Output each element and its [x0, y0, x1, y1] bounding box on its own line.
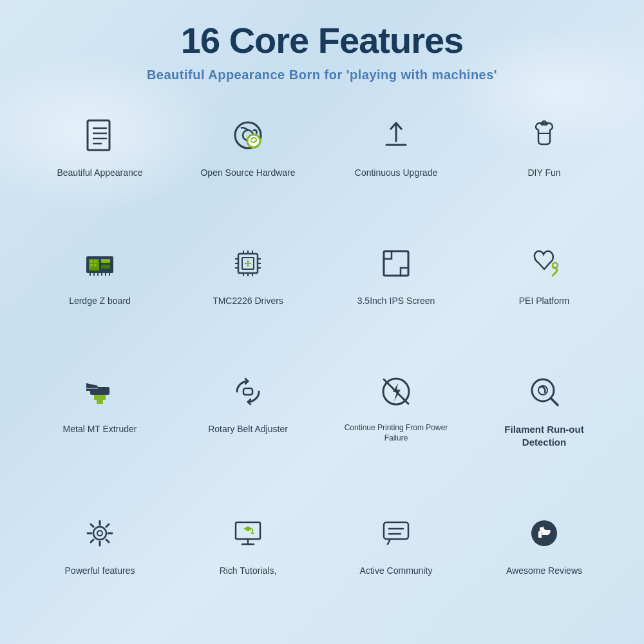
feature-active-community: Active Community: [322, 503, 470, 631]
svg-rect-0: [88, 120, 109, 150]
svg-line-52: [551, 399, 558, 405]
svg-rect-15: [90, 264, 93, 267]
svg-line-61: [106, 524, 109, 527]
lerdge-z-board-icon: [77, 241, 122, 286]
powerful-features-label: Powerful features: [65, 565, 135, 576]
feature-filament-runout: Filament Run-out Detection: [470, 361, 618, 503]
rotary-belt-adjuster-label: Rotary Belt Adjuster: [208, 423, 288, 435]
svg-point-7: [247, 135, 260, 147]
powerful-features-icon: [77, 511, 122, 556]
feature-ips-screen: 3.5Inch IPS Screen: [322, 233, 470, 361]
feature-continuous-upgrade: Continuous Upgrade: [322, 105, 470, 233]
features-grid: Beautiful Appearance Open Source Hardwar…: [26, 105, 618, 631]
feature-lerdge-z-board: Lerdge Z board: [26, 233, 174, 361]
feature-awesome-reviews: Awesome Reviews: [470, 503, 618, 631]
feature-metal-mt-extruder: Metal MT Extruder: [26, 361, 174, 503]
page-subtitle: Beautiful Appearance Born for 'playing w…: [147, 68, 497, 82]
svg-rect-67: [384, 522, 408, 539]
filament-runout-label: Filament Run-out Detection: [486, 423, 602, 448]
open-source-hardware-label: Open Source Hardware: [200, 167, 295, 178]
svg-point-42: [553, 263, 558, 268]
page-container: 16 Core Features Beautiful Appearance Bo…: [0, 0, 644, 644]
pei-platform-icon: [522, 241, 567, 286]
feature-rich-tutorials: Rich Tutorials,: [174, 503, 322, 631]
svg-rect-44: [94, 395, 106, 400]
awesome-reviews-icon: [522, 511, 567, 556]
rich-tutorials-label: Rich Tutorials,: [220, 565, 277, 576]
continuous-upgrade-icon: [374, 113, 419, 158]
svg-line-60: [106, 540, 109, 542]
metal-mt-extruder-icon: [77, 369, 122, 414]
lerdge-z-board-label: Lerdge Z board: [69, 295, 131, 307]
metal-mt-extruder-label: Metal MT Extruder: [63, 423, 137, 435]
feature-pei-platform: PEI Platform: [470, 233, 618, 361]
feature-rotary-belt-adjuster: Rotary Belt Adjuster: [174, 361, 322, 503]
svg-rect-71: [538, 531, 542, 538]
svg-rect-45: [97, 400, 103, 404]
ips-screen-label: 3.5Inch IPS Screen: [357, 295, 435, 307]
svg-line-59: [91, 524, 93, 527]
open-source-hardware-icon: [225, 113, 270, 158]
continuous-upgrade-label: Continuous Upgrade: [355, 167, 437, 178]
diy-fun-label: DIY Fun: [527, 167, 560, 178]
pei-platform-label: PEI Platform: [519, 295, 570, 307]
diy-fun-icon: [522, 113, 567, 158]
feature-diy-fun: DIY Fun: [470, 105, 618, 233]
rich-tutorials-icon: [225, 511, 270, 556]
power-failure-label: Continue Printing From Power Failure: [338, 423, 454, 443]
rotary-belt-adjuster-icon: [225, 369, 270, 414]
tmc2226-drivers-label: TMC2226 Drivers: [213, 295, 283, 307]
feature-open-source-hardware: Open Source Hardware: [174, 105, 322, 233]
awesome-reviews-label: Awesome Reviews: [506, 565, 582, 576]
feature-powerful-features: Powerful features: [26, 503, 174, 631]
feature-beautiful-appearance: Beautiful Appearance: [26, 105, 174, 233]
svg-point-53: [93, 527, 106, 540]
svg-rect-17: [101, 259, 110, 263]
filament-runout-icon: [522, 369, 567, 414]
svg-line-62: [91, 540, 93, 542]
svg-rect-16: [94, 264, 97, 267]
power-failure-icon: [374, 369, 419, 414]
feature-tmc2226-drivers: TMC2226 Drivers: [174, 233, 322, 361]
svg-point-54: [97, 531, 102, 536]
svg-rect-13: [90, 260, 93, 263]
svg-rect-47: [243, 388, 252, 395]
active-community-label: Active Community: [360, 565, 433, 576]
beautiful-appearance-icon: [77, 113, 122, 158]
page-title: 16 Core Features: [181, 19, 463, 61]
active-community-icon: [374, 511, 419, 556]
beautiful-appearance-label: Beautiful Appearance: [57, 167, 142, 178]
ips-screen-icon: [374, 241, 419, 286]
svg-rect-14: [94, 260, 97, 263]
feature-power-failure: Continue Printing From Power Failure: [322, 361, 470, 503]
svg-rect-41: [384, 251, 408, 276]
tmc2226-drivers-icon: [225, 241, 270, 286]
svg-rect-18: [101, 265, 110, 269]
